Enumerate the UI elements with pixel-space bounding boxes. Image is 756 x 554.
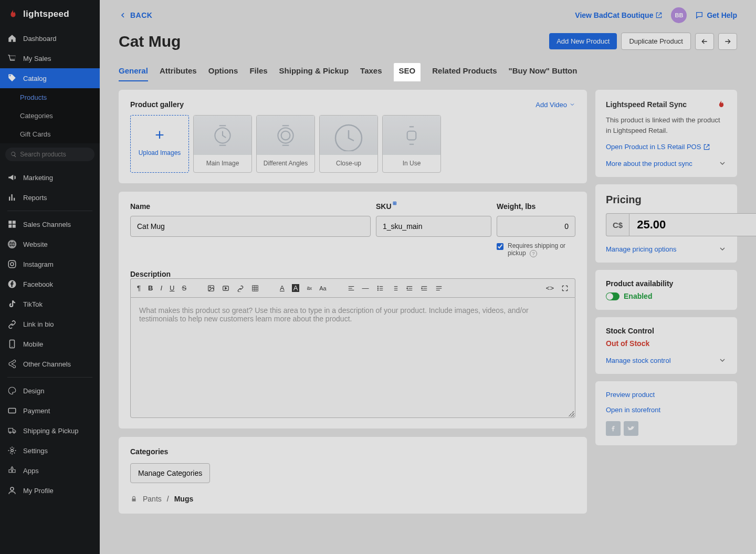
nav-other-channels[interactable]: Other Channels	[0, 354, 100, 374]
open-in-pos-link[interactable]: Open Product in LS Retail POS	[606, 143, 727, 151]
highlight-tool[interactable]: A	[292, 284, 300, 292]
bold-tool[interactable]: B	[148, 284, 153, 292]
megaphone-icon	[7, 173, 17, 182]
nav-sales-channels[interactable]: Sales Channels	[0, 214, 100, 234]
paragraph-tool[interactable]: ¶	[137, 284, 141, 292]
italic-tool[interactable]: I	[160, 284, 162, 292]
gallery-tile-inuse[interactable]: In Use	[382, 115, 441, 173]
next-product-button[interactable]	[718, 33, 737, 50]
nav-reports[interactable]: Reports	[0, 187, 100, 207]
nav-mobile[interactable]: Mobile	[0, 334, 100, 354]
description-editor[interactable]: What makes this product so great? Use th…	[130, 297, 575, 418]
align-left-tool[interactable]	[348, 285, 355, 292]
svg-point-18	[377, 286, 378, 286]
subnav-gift-cards[interactable]: Gift Cards	[0, 125, 100, 143]
chevron-down-icon	[569, 101, 575, 108]
fullscreen-tool[interactable]	[561, 285, 569, 292]
tab-related[interactable]: Related Products	[432, 63, 497, 81]
view-store-link[interactable]: View BadCat Boutique	[575, 11, 663, 19]
video-tool[interactable]	[222, 285, 229, 292]
nav-tiktok[interactable]: TikTok	[0, 294, 100, 314]
sku-input[interactable]	[376, 216, 491, 237]
share-twitter[interactable]	[624, 421, 638, 436]
strike-tool[interactable]: S	[182, 284, 186, 292]
case-tool[interactable]: Aa	[319, 285, 326, 291]
gallery-tile-closeup[interactable]: Close-up	[319, 115, 378, 173]
manage-stock[interactable]: Manage stock control	[606, 356, 727, 364]
upload-images-tile[interactable]: + Upload Images	[130, 115, 189, 173]
links-card: Preview product Open in storefront	[595, 381, 737, 445]
nav-instagram[interactable]: Instagram	[0, 254, 100, 274]
bullet-list-tool[interactable]	[376, 285, 384, 292]
requires-shipping-checkbox[interactable]	[497, 243, 503, 250]
apps-icon	[7, 466, 17, 475]
link-icon	[7, 319, 17, 329]
indent-tool[interactable]	[421, 285, 428, 292]
tab-seo[interactable]: SEO	[394, 63, 421, 81]
price-input[interactable]	[629, 213, 756, 236]
table-tool[interactable]	[251, 285, 259, 292]
back-link[interactable]: BACK	[119, 11, 152, 19]
manage-categories-button[interactable]: Manage Categories	[130, 463, 210, 483]
nav-marketing[interactable]: Marketing	[0, 168, 100, 187]
manage-pricing[interactable]: Manage pricing options	[606, 245, 727, 253]
underline-tool[interactable]: U	[170, 284, 174, 292]
tab-files[interactable]: Files	[249, 63, 267, 81]
avatar[interactable]: BB	[671, 7, 687, 23]
gallery-tile-main[interactable]: Main Image	[193, 115, 252, 173]
outdent-tool[interactable]	[406, 285, 413, 292]
gallery-tile-angles[interactable]: Different Angles	[256, 115, 315, 173]
tab-attributes[interactable]: Attributes	[160, 63, 197, 81]
number-list-tool[interactable]	[391, 285, 398, 292]
watch-placeholder-icon	[194, 116, 251, 155]
tab-taxes[interactable]: Taxes	[360, 63, 382, 81]
open-storefront-link[interactable]: Open in storefront	[606, 406, 727, 414]
nav-website[interactable]: Website	[0, 234, 100, 254]
name-input[interactable]	[130, 216, 371, 237]
logo[interactable]: lightspeed	[0, 0, 100, 28]
tab-options[interactable]: Options	[208, 63, 238, 81]
code-tool[interactable]: <>	[546, 284, 554, 292]
availability-toggle[interactable]	[606, 292, 620, 300]
gear-icon	[7, 446, 17, 455]
svg-rect-6	[8, 409, 16, 413]
subnav-categories[interactable]: Categories	[0, 107, 100, 125]
nav-payment[interactable]: Payment	[0, 401, 100, 421]
nav-my-sales[interactable]: My Sales	[0, 48, 100, 68]
add-video-link[interactable]: Add Video	[536, 101, 575, 109]
chat-icon	[695, 11, 704, 19]
plus-icon: +	[155, 126, 164, 144]
prev-product-button[interactable]	[695, 33, 714, 50]
subnav-products[interactable]: Products	[0, 88, 100, 107]
share-facebook[interactable]	[606, 421, 621, 436]
nav-catalog[interactable]: Catalog	[0, 68, 100, 88]
color-tool[interactable]: A	[280, 284, 285, 292]
preview-product-link[interactable]: Preview product	[606, 391, 727, 399]
chevron-left-icon	[119, 11, 127, 19]
nav-dashboard[interactable]: Dashboard	[0, 28, 100, 48]
sidebar-search[interactable]	[5, 148, 94, 161]
nav-facebook[interactable]: Facebook	[0, 274, 100, 294]
tab-general[interactable]: General	[119, 63, 148, 81]
tab-shipping[interactable]: Shipping & Pickup	[279, 63, 349, 81]
get-help-link[interactable]: Get Help	[695, 11, 737, 19]
search-input[interactable]	[20, 151, 89, 158]
nav-settings[interactable]: Settings	[0, 441, 100, 461]
info-icon[interactable]: ?	[530, 250, 537, 257]
hr-tool[interactable]: —	[362, 284, 369, 292]
duplicate-product-button[interactable]: Duplicate Product	[621, 33, 691, 50]
more-about-sync[interactable]: More about the product sync	[606, 159, 727, 168]
tab-buy-now[interactable]: "Buy Now" Button	[509, 63, 578, 81]
link-tool[interactable]	[237, 285, 244, 292]
subscript-tool[interactable]: ax	[307, 285, 312, 291]
nav-link-in-bio[interactable]: Link in bio	[0, 314, 100, 334]
add-product-button[interactable]: Add New Product	[549, 33, 617, 49]
nav-design[interactable]: Design	[0, 381, 100, 401]
mobile-icon	[7, 339, 17, 349]
image-tool[interactable]	[207, 285, 215, 292]
weight-input[interactable]	[497, 216, 575, 237]
nav-my-profile[interactable]: My Profile	[0, 480, 100, 500]
nav-shipping[interactable]: Shipping & Pickup	[0, 421, 100, 441]
nav-apps[interactable]: Apps	[0, 461, 100, 480]
align-tool[interactable]	[435, 285, 443, 292]
